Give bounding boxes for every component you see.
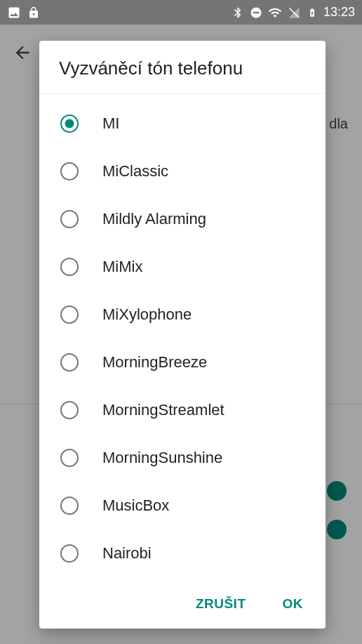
ringtone-dialog: Vyzváněcí tón telefonu MIMiClassicMildly… [39, 41, 326, 629]
ringtone-list[interactable]: MIMiClassicMildly AlarmingMiMixMiXylopho… [39, 94, 326, 579]
radio-icon[interactable] [60, 114, 79, 133]
ringtone-item[interactable]: Mildly Alarming [39, 195, 326, 243]
ringtone-item[interactable]: MusicBox [39, 482, 326, 530]
ringtone-label: MorningStreamlet [102, 401, 224, 419]
dnd-icon [249, 6, 263, 20]
radio-icon[interactable] [60, 544, 79, 563]
ringtone-item[interactable]: MorningSunshine [39, 434, 326, 482]
radio-icon[interactable] [60, 305, 79, 324]
ringtone-label: Nairobi [102, 544, 152, 563]
battery-charging-icon [305, 6, 319, 20]
image-icon [7, 6, 21, 20]
ringtone-label: MiClassic [102, 162, 168, 180]
status-time: 13:23 [323, 5, 355, 20]
radio-icon[interactable] [60, 162, 79, 180]
dialog-actions: ZRUŠIT OK [39, 579, 326, 629]
ringtone-label: MI [102, 114, 119, 133]
svg-rect-1 [253, 11, 259, 13]
ringtone-label: MiXylophone [102, 305, 192, 324]
radio-icon[interactable] [60, 210, 79, 228]
ok-button[interactable]: OK [274, 589, 312, 619]
ringtone-item[interactable]: MiXylophone [39, 291, 326, 339]
wifi-icon [267, 6, 283, 20]
radio-icon[interactable] [60, 497, 79, 515]
ringtone-label: Mildly Alarming [102, 210, 206, 228]
ringtone-label: MusicBox [102, 497, 169, 515]
radio-icon[interactable] [60, 353, 79, 372]
ringtone-item[interactable]: Nairobi [39, 530, 326, 577]
ringtone-item[interactable]: MiClassic [39, 147, 326, 195]
status-left [7, 6, 41, 20]
ringtone-label: MorningSunshine [102, 449, 222, 467]
cancel-button[interactable]: ZRUŠIT [187, 589, 255, 619]
ringtone-item[interactable]: MI [39, 100, 326, 147]
signal-icon [287, 6, 301, 20]
dialog-title: Vyzváněcí tón telefonu [39, 41, 326, 94]
ringtone-label: MorningBreeze [102, 353, 207, 372]
ringtone-item[interactable]: MiMix [39, 243, 326, 291]
ringtone-item[interactable]: MorningStreamlet [39, 386, 326, 434]
ringtone-item[interactable]: MorningBreeze [39, 339, 326, 386]
radio-icon[interactable] [60, 401, 79, 419]
radio-icon[interactable] [60, 449, 79, 467]
status-right: 13:23 [231, 5, 355, 20]
ringtone-label: MiMix [102, 258, 142, 276]
lock-icon [27, 6, 41, 20]
status-bar: 13:23 [0, 0, 362, 25]
radio-icon[interactable] [60, 258, 79, 276]
bluetooth-icon [231, 6, 245, 20]
